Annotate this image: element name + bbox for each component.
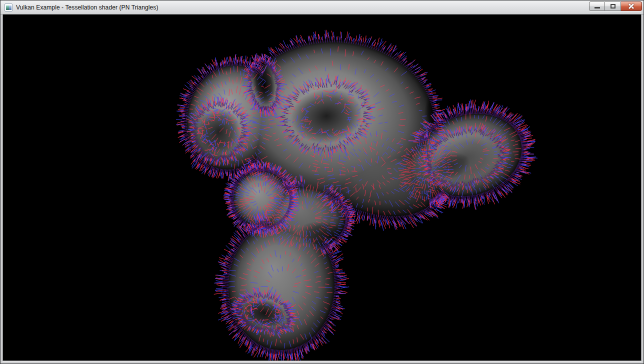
window-controls: [589, 2, 642, 11]
app-window: Vulkan Example - Tessellation shader (PN…: [0, 0, 644, 364]
vulkan-render-canvas[interactable]: [3, 14, 642, 361]
maximize-icon: [610, 4, 616, 8]
window-title: Vulkan Example - Tessellation shader (PN…: [16, 4, 158, 11]
close-button[interactable]: [621, 2, 642, 11]
close-icon: [628, 3, 634, 10]
minimize-icon: [594, 7, 600, 8]
window-frame: [0, 14, 644, 364]
titlebar[interactable]: Vulkan Example - Tessellation shader (PN…: [0, 0, 644, 14]
application-icon: [4, 4, 12, 12]
maximize-button[interactable]: [605, 2, 621, 11]
render-viewport: [2, 14, 642, 361]
minimize-button[interactable]: [589, 2, 605, 11]
